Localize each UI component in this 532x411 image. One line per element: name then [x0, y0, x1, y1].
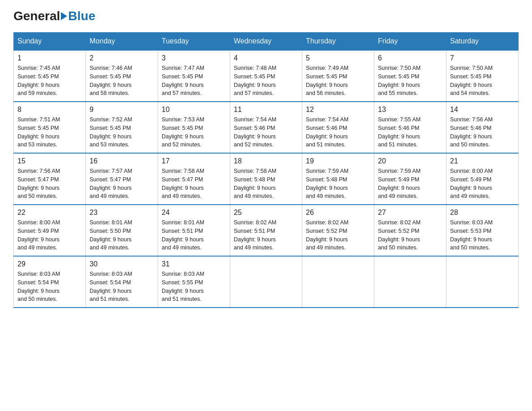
day-number: 4	[234, 54, 298, 62]
day-number: 12	[306, 106, 370, 114]
day-info: Sunrise: 7:49 AMSunset: 5:45 PMDaylight:…	[306, 64, 370, 98]
day-number: 15	[17, 157, 82, 165]
day-number: 24	[162, 209, 226, 217]
header-row: SundayMondayTuesdayWednesdayThursdayFrid…	[14, 33, 519, 51]
header-saturday: Saturday	[446, 33, 519, 51]
day-info: Sunrise: 8:02 AMSunset: 5:52 PMDaylight:…	[378, 218, 442, 252]
day-number: 20	[378, 157, 442, 165]
day-number: 7	[450, 54, 515, 62]
day-number: 6	[378, 54, 442, 62]
day-info: Sunrise: 7:45 AMSunset: 5:45 PMDaylight:…	[17, 64, 82, 98]
day-info: Sunrise: 7:58 AMSunset: 5:48 PMDaylight:…	[234, 167, 298, 201]
day-info: Sunrise: 8:03 AMSunset: 5:55 PMDaylight:…	[162, 270, 226, 304]
day-info: Sunrise: 8:00 AMSunset: 5:49 PMDaylight:…	[450, 167, 515, 201]
calendar-table: SundayMondayTuesdayWednesdayThursdayFrid…	[13, 32, 519, 308]
day-number: 16	[90, 157, 154, 165]
day-info: Sunrise: 8:00 AMSunset: 5:49 PMDaylight:…	[17, 218, 82, 252]
day-number: 22	[17, 209, 82, 217]
day-number: 1	[17, 54, 82, 62]
calendar-cell: 8Sunrise: 7:51 AMSunset: 5:45 PMDaylight…	[14, 102, 86, 153]
day-info: Sunrise: 7:48 AMSunset: 5:45 PMDaylight:…	[234, 64, 298, 98]
calendar-cell: 12Sunrise: 7:54 AMSunset: 5:46 PMDayligh…	[302, 102, 374, 153]
week-row-4: 22Sunrise: 8:00 AMSunset: 5:49 PMDayligh…	[14, 205, 519, 256]
calendar-cell: 17Sunrise: 7:58 AMSunset: 5:47 PMDayligh…	[158, 153, 230, 205]
calendar-body: 1Sunrise: 7:45 AMSunset: 5:45 PMDaylight…	[14, 50, 519, 308]
day-info: Sunrise: 7:47 AMSunset: 5:45 PMDaylight:…	[162, 64, 226, 98]
calendar-cell: 26Sunrise: 8:02 AMSunset: 5:52 PMDayligh…	[302, 205, 374, 256]
calendar-cell	[302, 256, 374, 308]
day-info: Sunrise: 8:02 AMSunset: 5:51 PMDaylight:…	[234, 218, 298, 252]
day-number: 26	[306, 209, 370, 217]
calendar-cell: 28Sunrise: 8:03 AMSunset: 5:53 PMDayligh…	[446, 205, 519, 256]
day-number: 11	[234, 106, 298, 114]
calendar-cell: 3Sunrise: 7:47 AMSunset: 5:45 PMDaylight…	[158, 50, 230, 102]
calendar-cell: 19Sunrise: 7:59 AMSunset: 5:48 PMDayligh…	[302, 153, 374, 205]
day-info: Sunrise: 7:54 AMSunset: 5:46 PMDaylight:…	[306, 116, 370, 149]
day-number: 5	[306, 54, 370, 62]
calendar-cell	[374, 256, 446, 308]
day-number: 3	[162, 54, 226, 62]
calendar-cell: 31Sunrise: 8:03 AMSunset: 5:55 PMDayligh…	[158, 256, 230, 308]
day-info: Sunrise: 8:01 AMSunset: 5:50 PMDaylight:…	[90, 218, 154, 252]
calendar-cell: 29Sunrise: 8:03 AMSunset: 5:54 PMDayligh…	[14, 256, 86, 308]
day-number: 18	[234, 157, 298, 165]
day-info: Sunrise: 7:54 AMSunset: 5:46 PMDaylight:…	[234, 116, 298, 149]
calendar-cell: 20Sunrise: 7:59 AMSunset: 5:49 PMDayligh…	[374, 153, 446, 205]
calendar-cell	[230, 256, 302, 308]
calendar-cell: 7Sunrise: 7:50 AMSunset: 5:45 PMDaylight…	[446, 50, 519, 102]
day-info: Sunrise: 7:51 AMSunset: 5:45 PMDaylight:…	[17, 116, 82, 149]
calendar-cell: 16Sunrise: 7:57 AMSunset: 5:47 PMDayligh…	[86, 153, 158, 205]
day-info: Sunrise: 8:02 AMSunset: 5:52 PMDaylight:…	[306, 218, 370, 252]
calendar-cell: 11Sunrise: 7:54 AMSunset: 5:46 PMDayligh…	[230, 102, 302, 153]
calendar-cell: 6Sunrise: 7:50 AMSunset: 5:45 PMDaylight…	[374, 50, 446, 102]
page-header: General Blue	[13, 9, 519, 23]
day-number: 21	[450, 157, 515, 165]
day-info: Sunrise: 7:58 AMSunset: 5:47 PMDaylight:…	[162, 167, 226, 201]
calendar-cell: 22Sunrise: 8:00 AMSunset: 5:49 PMDayligh…	[14, 205, 86, 256]
day-info: Sunrise: 8:01 AMSunset: 5:51 PMDaylight:…	[162, 218, 226, 252]
logo-text: General Blue	[13, 9, 95, 23]
calendar-cell: 2Sunrise: 7:46 AMSunset: 5:45 PMDaylight…	[86, 50, 158, 102]
day-number: 30	[90, 260, 154, 268]
day-number: 10	[162, 106, 226, 114]
day-number: 27	[378, 209, 442, 217]
calendar-cell: 14Sunrise: 7:56 AMSunset: 5:46 PMDayligh…	[446, 102, 519, 153]
day-info: Sunrise: 7:53 AMSunset: 5:45 PMDaylight:…	[162, 116, 226, 149]
day-number: 2	[90, 54, 154, 62]
header-friday: Friday	[374, 33, 446, 51]
day-number: 25	[234, 209, 298, 217]
day-number: 17	[162, 157, 226, 165]
day-info: Sunrise: 7:52 AMSunset: 5:45 PMDaylight:…	[90, 116, 154, 149]
logo-general: General	[13, 9, 60, 23]
header-monday: Monday	[86, 33, 158, 51]
day-number: 31	[162, 260, 226, 268]
week-row-2: 8Sunrise: 7:51 AMSunset: 5:45 PMDaylight…	[14, 102, 519, 153]
day-info: Sunrise: 7:57 AMSunset: 5:47 PMDaylight:…	[90, 167, 154, 201]
calendar-cell	[446, 256, 519, 308]
day-info: Sunrise: 7:46 AMSunset: 5:45 PMDaylight:…	[90, 64, 154, 98]
day-number: 28	[450, 209, 515, 217]
day-info: Sunrise: 8:03 AMSunset: 5:54 PMDaylight:…	[17, 270, 82, 304]
day-number: 13	[378, 106, 442, 114]
day-info: Sunrise: 7:59 AMSunset: 5:49 PMDaylight:…	[378, 167, 442, 201]
calendar-cell: 23Sunrise: 8:01 AMSunset: 5:50 PMDayligh…	[86, 205, 158, 256]
calendar-header: SundayMondayTuesdayWednesdayThursdayFrid…	[14, 33, 519, 51]
calendar-cell: 18Sunrise: 7:58 AMSunset: 5:48 PMDayligh…	[230, 153, 302, 205]
calendar-cell: 24Sunrise: 8:01 AMSunset: 5:51 PMDayligh…	[158, 205, 230, 256]
day-info: Sunrise: 7:55 AMSunset: 5:46 PMDaylight:…	[378, 116, 442, 149]
day-info: Sunrise: 7:50 AMSunset: 5:45 PMDaylight:…	[378, 64, 442, 98]
week-row-5: 29Sunrise: 8:03 AMSunset: 5:54 PMDayligh…	[14, 256, 519, 308]
logo-triangle-icon	[61, 12, 67, 20]
calendar-cell: 27Sunrise: 8:02 AMSunset: 5:52 PMDayligh…	[374, 205, 446, 256]
header-wednesday: Wednesday	[230, 33, 302, 51]
day-info: Sunrise: 8:03 AMSunset: 5:54 PMDaylight:…	[90, 270, 154, 304]
header-sunday: Sunday	[14, 33, 86, 51]
header-tuesday: Tuesday	[158, 33, 230, 51]
day-info: Sunrise: 7:56 AMSunset: 5:46 PMDaylight:…	[450, 116, 515, 149]
calendar-cell: 1Sunrise: 7:45 AMSunset: 5:45 PMDaylight…	[14, 50, 86, 102]
day-info: Sunrise: 7:56 AMSunset: 5:47 PMDaylight:…	[17, 167, 82, 201]
calendar-cell: 15Sunrise: 7:56 AMSunset: 5:47 PMDayligh…	[14, 153, 86, 205]
header-thursday: Thursday	[302, 33, 374, 51]
day-number: 19	[306, 157, 370, 165]
day-number: 14	[450, 106, 515, 114]
